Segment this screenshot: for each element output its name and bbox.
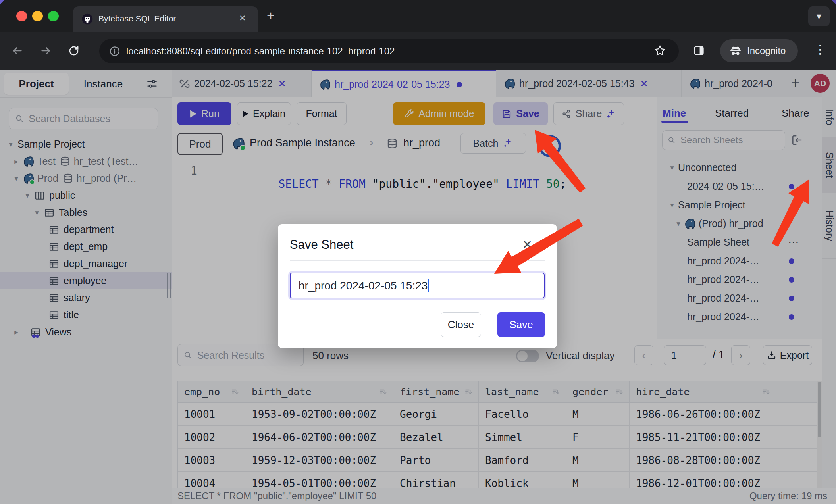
browser-tab-title: Bytebase SQL Editor xyxy=(98,14,176,23)
forward-icon[interactable] xyxy=(39,44,52,57)
modal-close-icon[interactable]: ✕ xyxy=(522,238,532,252)
window-close-button[interactable] xyxy=(16,11,27,21)
text-caret xyxy=(428,279,429,292)
browser-tab[interactable]: Bytebase SQL Editor ✕ xyxy=(73,6,258,32)
incognito-badge: Incognito xyxy=(720,39,798,62)
screenshot-root: Bytebase SQL Editor ✕ + ▾ lo xyxy=(0,0,836,504)
chrome-tabstrip: Bytebase SQL Editor ✕ + ▾ xyxy=(0,0,836,32)
url-text: localhost:8080/sql-editor/prod-sample-in… xyxy=(126,46,395,57)
modal-save-button[interactable]: Save xyxy=(497,312,545,337)
reload-icon[interactable] xyxy=(67,44,80,57)
sheet-name-input[interactable]: hr_prod 2024-02-05 15:23 xyxy=(290,273,545,298)
chevron-down-icon: ▾ xyxy=(817,11,821,22)
close-label: Close xyxy=(448,319,474,331)
window-zoom-button[interactable] xyxy=(48,11,59,21)
bytebase-favicon xyxy=(81,13,94,25)
side-panel-icon[interactable] xyxy=(692,44,705,57)
new-tab-icon[interactable]: + xyxy=(267,8,275,23)
modal-title: Save Sheet xyxy=(290,238,353,252)
browser-window: Bytebase SQL Editor ✕ + ▾ lo xyxy=(0,0,836,504)
chrome-urlbar: localhost:8080/sql-editor/prod-sample-in… xyxy=(0,32,836,70)
site-info-icon[interactable] xyxy=(109,45,121,57)
tab-close-icon[interactable]: ✕ xyxy=(239,13,246,23)
save-label: Save xyxy=(509,319,533,331)
window-minimize-button[interactable] xyxy=(32,11,43,21)
browser-menu-icon[interactable]: ⋮ xyxy=(814,42,826,56)
back-icon[interactable] xyxy=(11,44,24,57)
bytebase-app: Project Instance ▾ Sample xyxy=(0,70,836,504)
save-sheet-modal: Save Sheet ✕ hr_prod 2024-02-05 15:23 Cl… xyxy=(278,224,557,348)
omnibox[interactable]: localhost:8080/sql-editor/prod-sample-in… xyxy=(99,39,679,63)
incognito-label: Incognito xyxy=(747,45,786,56)
modal-divider xyxy=(290,260,545,261)
bookmark-star-icon[interactable] xyxy=(653,44,666,57)
sheet-name-value: hr_prod 2024-02-05 15:23 xyxy=(299,279,428,292)
incognito-icon xyxy=(729,44,742,58)
tab-search-button[interactable]: ▾ xyxy=(808,6,830,26)
modal-close-button[interactable]: Close xyxy=(441,312,481,337)
